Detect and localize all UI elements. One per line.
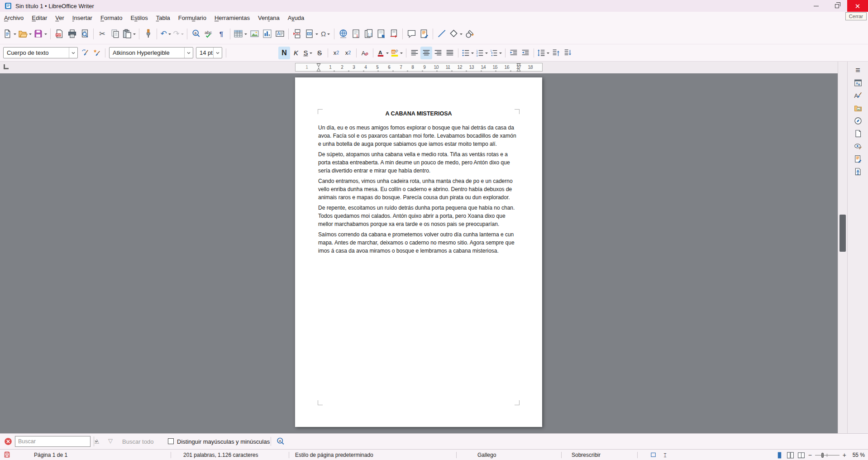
par-space-increase-button[interactable] xyxy=(550,47,562,59)
word-count-status[interactable]: 201 palabras, 1.126 caracteres xyxy=(183,452,258,458)
menu-insertar[interactable]: Insertar xyxy=(68,13,96,23)
find-all-button[interactable]: Buscar todo xyxy=(122,438,153,445)
page-break-button[interactable] xyxy=(291,27,304,41)
close-button[interactable]: ✕ xyxy=(847,0,868,12)
multi-page-view-button[interactable] xyxy=(787,451,794,459)
hyperlink-button[interactable] xyxy=(337,27,349,41)
sidebar-gallery-button[interactable] xyxy=(851,102,865,114)
sidebar-manage-changes-button[interactable] xyxy=(851,153,865,165)
sidebar-page-button[interactable] xyxy=(851,127,865,139)
insert-image-button[interactable] xyxy=(248,27,261,41)
bold-button[interactable]: N xyxy=(278,47,290,59)
zoom-slider[interactable] xyxy=(815,453,839,458)
dropdown-arrow-icon[interactable] xyxy=(400,53,403,55)
align-center-button[interactable] xyxy=(420,47,432,59)
menu-tabla[interactable]: Tabla xyxy=(152,13,174,23)
dropdown-arrow-icon[interactable] xyxy=(460,34,463,36)
restore-button[interactable] xyxy=(826,0,847,12)
font-name-combo[interactable]: Atkinson Hyperlegible xyxy=(109,47,193,58)
export-pdf-button[interactable]: PDF xyxy=(53,27,66,41)
subscript-button[interactable]: x2 xyxy=(342,47,354,59)
endnote-button[interactable]: [..] xyxy=(362,27,375,41)
menu-formato[interactable]: Formato xyxy=(96,13,126,23)
document-paragraph[interactable]: Cando entramos, vimos unha cadeira rota,… xyxy=(318,177,519,201)
document-paragraph[interactable]: Un día, eu e os meus amigos fomos explor… xyxy=(318,124,519,148)
font-size-combo[interactable]: 14 pt xyxy=(196,47,222,58)
formatting-marks-button[interactable]: ¶ xyxy=(215,27,228,41)
underline-button[interactable]: S xyxy=(302,47,314,59)
track-changes-button[interactable] xyxy=(418,27,430,41)
dropdown-arrow-icon[interactable] xyxy=(168,34,171,36)
dropdown-arrow-icon[interactable] xyxy=(547,53,549,55)
redo-button[interactable]: ↷ xyxy=(172,27,185,41)
increase-indent-button[interactable] xyxy=(508,47,520,59)
clone-formatting-button[interactable] xyxy=(142,27,154,41)
sidebar-style-inspector-button[interactable] xyxy=(851,140,865,152)
update-style-button[interactable] xyxy=(79,47,91,59)
sidebar-sidebar-settings-button[interactable]: ≡ xyxy=(851,64,865,76)
find-and-replace-button[interactable]: a xyxy=(276,437,285,447)
match-case-checkbox[interactable] xyxy=(168,438,174,444)
cut-button[interactable]: ✂ xyxy=(96,27,109,41)
find-next-icon[interactable]: ▽ xyxy=(108,437,113,444)
spelling-button[interactable]: abc xyxy=(202,27,215,41)
align-left-button[interactable] xyxy=(409,47,420,59)
basic-shapes-button[interactable] xyxy=(448,27,463,41)
horizontal-ruler[interactable]: 1123456789101112131415161718 xyxy=(295,63,543,72)
scrollbar-thumb[interactable] xyxy=(839,215,846,252)
single-page-view-button[interactable] xyxy=(776,451,783,459)
left-indent-marker[interactable] xyxy=(316,63,321,72)
document-paragraph[interactable]: Saímos correndo da cabana e prometemos v… xyxy=(318,230,519,255)
insert-chart-button[interactable] xyxy=(261,27,273,41)
undo-button[interactable]: ↶ xyxy=(159,27,172,41)
paragraph-style-dropdown-icon[interactable] xyxy=(69,48,77,58)
insert-table-button[interactable] xyxy=(233,27,248,41)
font-color-button[interactable]: A xyxy=(376,47,390,59)
menu-formulario[interactable]: Formulario xyxy=(174,13,210,23)
cross-reference-button[interactable] xyxy=(387,27,400,41)
selection-mode-icon[interactable] xyxy=(650,451,657,460)
copy-button[interactable] xyxy=(109,27,121,41)
zoom-level-status[interactable]: 55 % xyxy=(849,452,865,458)
line-spacing-button[interactable] xyxy=(536,47,550,59)
print-preview-button[interactable] xyxy=(78,27,91,41)
highlight-color-button[interactable]: ab xyxy=(390,47,404,59)
page-number-status[interactable]: Página 1 de 1 xyxy=(34,452,67,458)
document-paragraph[interactable]: De súpeto, atopamos unha cabana vella e … xyxy=(318,150,519,175)
dropdown-arrow-icon[interactable] xyxy=(327,34,330,36)
italic-button[interactable]: K xyxy=(290,47,302,59)
dropdown-arrow-icon[interactable] xyxy=(44,34,47,36)
dropdown-arrow-icon[interactable] xyxy=(14,34,16,36)
document-paragraph[interactable]: De repente, escoitamos un ruído detrás d… xyxy=(318,204,519,228)
dropdown-arrow-icon[interactable] xyxy=(386,53,389,55)
language-status[interactable]: Gallego xyxy=(477,452,496,458)
text-box-button[interactable]: A xyxy=(273,27,286,41)
sidebar-properties-button[interactable] xyxy=(851,77,865,89)
menu-editar[interactable]: Editar xyxy=(28,13,51,23)
bookmark-button[interactable] xyxy=(375,27,387,41)
search-input[interactable] xyxy=(15,436,94,446)
open-button[interactable] xyxy=(17,27,33,41)
menu-archivo[interactable]: Archivo xyxy=(0,13,28,23)
print-button[interactable] xyxy=(66,27,78,41)
new-document-button[interactable] xyxy=(2,27,17,41)
dropdown-arrow-icon[interactable] xyxy=(471,53,474,55)
font-name-dropdown-icon[interactable] xyxy=(184,48,193,58)
draw-functions-button[interactable] xyxy=(463,27,476,41)
font-size-dropdown-icon[interactable] xyxy=(213,48,222,58)
menu-ver[interactable]: Ver xyxy=(51,13,68,23)
close-find-bar-button[interactable] xyxy=(4,437,12,446)
paragraph-style-combo[interactable]: Cuerpo de texto xyxy=(3,47,78,58)
dropdown-arrow-icon[interactable] xyxy=(181,34,184,36)
strikethrough-button[interactable]: S xyxy=(314,47,325,59)
right-indent-marker[interactable] xyxy=(516,63,521,72)
comment-button[interactable] xyxy=(405,27,418,41)
menu-estilos[interactable]: Estilos xyxy=(126,13,152,23)
zoom-in-button[interactable]: + xyxy=(843,452,846,458)
new-style-button[interactable] xyxy=(91,47,103,59)
bullet-list-button[interactable] xyxy=(461,47,475,59)
dropdown-arrow-icon[interactable] xyxy=(244,34,247,36)
dropdown-arrow-icon[interactable] xyxy=(315,34,318,36)
par-space-decrease-button[interactable] xyxy=(562,47,574,59)
justify-button[interactable] xyxy=(444,47,456,59)
